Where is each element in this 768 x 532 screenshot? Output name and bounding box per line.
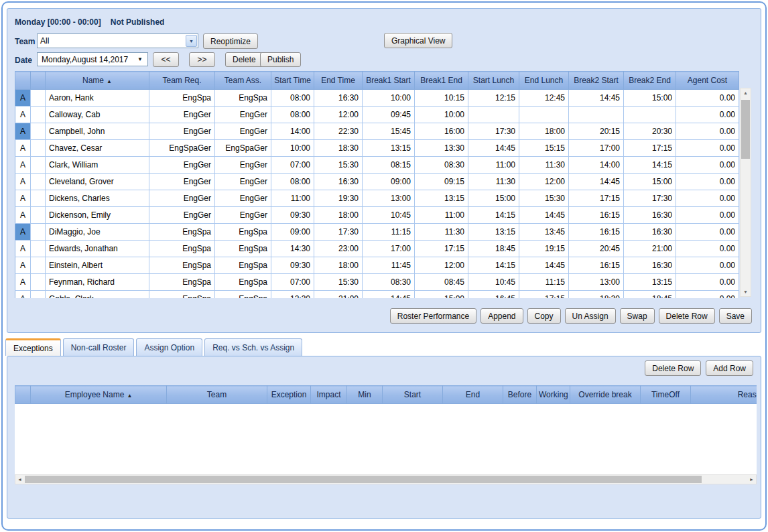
cell-end-time[interactable]: 23:00 (314, 241, 363, 257)
cell-end-time[interactable]: 17:30 (314, 224, 363, 241)
cell-name[interactable]: DiMaggio, Joe (46, 224, 149, 241)
cell-start-lunch[interactable]: 14:15 (468, 257, 519, 274)
cell-status[interactable]: A (15, 207, 31, 224)
cell-start-lunch[interactable]: 11:30 (468, 174, 519, 190)
cell-end-time[interactable]: 19:30 (314, 190, 363, 207)
cell-break2-end[interactable]: 16:30 (624, 207, 676, 224)
roster-row[interactable]: AFeynman, RichardEngSpaEngSpa07:0015:300… (15, 274, 739, 291)
cell-break1-start[interactable]: 14:45 (363, 291, 415, 299)
cell-flag[interactable] (31, 140, 46, 157)
cell-agent-cost[interactable]: 0.00 (676, 174, 739, 190)
reoptimize-button[interactable]: Reoptimize (203, 34, 258, 49)
cell-status[interactable]: A (15, 291, 31, 299)
cell-break2-end[interactable]: 21:00 (624, 241, 676, 257)
cell-name[interactable]: Calloway, Cab (46, 107, 149, 123)
cell-end-lunch[interactable]: 12:00 (519, 174, 569, 190)
cell-start-time[interactable]: 12:30 (271, 291, 314, 299)
cell-break2-end[interactable]: 15:00 (624, 174, 676, 190)
cell-break2-start[interactable]: 17:15 (569, 190, 624, 207)
cell-name[interactable]: Chavez, Cesar (46, 140, 149, 157)
cell-agent-cost[interactable]: 0.00 (676, 224, 739, 241)
cell-flag[interactable] (31, 157, 46, 174)
cell-flag[interactable] (31, 274, 46, 291)
cell-break2-start[interactable]: 14:45 (569, 174, 624, 190)
cell-break1-start[interactable]: 09:00 (363, 174, 415, 190)
cell-end-lunch[interactable]: 12:45 (519, 90, 569, 107)
cell-break1-start[interactable]: 13:00 (363, 190, 415, 207)
cell-break1-start[interactable]: 09:45 (363, 107, 415, 123)
cell-agent-cost[interactable]: 0.00 (676, 123, 739, 140)
cell-break1-start[interactable]: 08:15 (363, 157, 415, 174)
cell-status[interactable]: A (15, 224, 31, 241)
roster-col-agent-cost[interactable]: Agent Cost (676, 72, 739, 90)
save-button[interactable]: Save (719, 308, 752, 324)
cell-break2-start[interactable]: 16:15 (569, 207, 624, 224)
cell-team-ass[interactable]: EngSpa (215, 90, 271, 107)
cell-break1-start[interactable]: 10:45 (363, 207, 415, 224)
cell-start-lunch[interactable]: 18:45 (468, 241, 519, 257)
cell-team-req[interactable]: EngSpaGer (149, 140, 215, 157)
cell-name[interactable]: Campbell, John (46, 123, 149, 140)
exceptions-col-working[interactable]: Working (537, 386, 570, 404)
un-assign-button[interactable]: Un Assign (565, 308, 616, 324)
cell-status[interactable]: A (15, 174, 31, 190)
cell-name[interactable]: Edwards, Jonathan (46, 241, 149, 257)
cell-agent-cost[interactable]: 0.00 (676, 140, 739, 157)
cell-break2-end[interactable] (624, 107, 676, 123)
cell-start-lunch[interactable]: 13:15 (468, 224, 519, 241)
cell-name[interactable]: Feynman, Richard (46, 274, 149, 291)
cell-status[interactable]: A (15, 241, 31, 257)
cell-break2-start[interactable]: 18:30 (569, 291, 624, 299)
cell-status[interactable]: A (15, 90, 31, 107)
roster-row[interactable]: AGable, ClarkEngSpaEngSpa12:3021:0014:45… (15, 291, 739, 299)
cell-end-time[interactable]: 21:00 (314, 291, 363, 299)
cell-break1-start[interactable]: 10:00 (363, 90, 415, 107)
roster-col-flag[interactable] (31, 72, 46, 90)
roster-col-status[interactable] (15, 72, 31, 90)
cell-end-lunch[interactable]: 18:00 (519, 123, 569, 140)
roster-col-start-time[interactable]: Start Time (271, 72, 314, 90)
cell-start-time[interactable]: 09:30 (271, 207, 314, 224)
cell-agent-cost[interactable]: 0.00 (676, 207, 739, 224)
cell-agent-cost[interactable]: 0.00 (676, 257, 739, 274)
exceptions-col-min[interactable]: Min (347, 386, 383, 404)
cell-start-time[interactable]: 09:00 (271, 224, 314, 241)
exceptions-col-override-break[interactable]: Override break (570, 386, 641, 404)
cell-status[interactable]: A (15, 257, 31, 274)
cell-break1-end[interactable]: 13:30 (415, 140, 468, 157)
cell-team-ass[interactable]: EngGer (215, 190, 271, 207)
cell-end-lunch[interactable]: 15:15 (519, 140, 569, 157)
tab-assign-option[interactable]: Assign Option (136, 338, 202, 356)
cell-agent-cost[interactable]: 0.00 (676, 274, 739, 291)
cell-end-time[interactable]: 15:30 (314, 274, 363, 291)
cell-break2-end[interactable]: 18:45 (624, 291, 676, 299)
cell-end-lunch[interactable]: 11:15 (519, 274, 569, 291)
cell-end-time[interactable]: 12:00 (314, 107, 363, 123)
cell-break2-start[interactable]: 14:45 (569, 90, 624, 107)
cell-team-ass[interactable]: EngGer (215, 107, 271, 123)
exceptions-col-timeoff[interactable]: TimeOff (641, 386, 691, 404)
cell-end-time[interactable]: 16:30 (314, 90, 363, 107)
cell-team-req[interactable]: EngGer (149, 107, 215, 123)
cell-break1-end[interactable]: 12:00 (415, 257, 468, 274)
cell-team-ass[interactable]: EngGer (215, 174, 271, 190)
exceptions-delete-row-button[interactable]: Delete Row (645, 360, 701, 376)
copy-button[interactable]: Copy (527, 308, 561, 324)
cell-break1-end[interactable]: 08:30 (415, 157, 468, 174)
roster-row[interactable]: ADickenson, EmilyEngGerEngGer09:3018:001… (15, 207, 739, 224)
cell-break2-start[interactable]: 20:15 (569, 123, 624, 140)
cell-flag[interactable] (31, 90, 46, 107)
cell-team-req[interactable]: EngGer (149, 157, 215, 174)
cell-start-lunch[interactable]: 11:00 (468, 157, 519, 174)
cell-break1-end[interactable]: 11:30 (415, 224, 468, 241)
cell-break1-end[interactable]: 15:00 (415, 291, 468, 299)
cell-break2-start[interactable]: 14:00 (569, 157, 624, 174)
cell-break2-end[interactable]: 17:30 (624, 190, 676, 207)
roster-vertical-scrollbar[interactable]: ▲ ▼ (740, 88, 751, 297)
cell-break1-end[interactable]: 11:00 (415, 207, 468, 224)
cell-team-ass[interactable]: EngSpa (215, 291, 271, 299)
roster-col-team-ass[interactable]: Team Ass. (215, 72, 271, 90)
cell-end-time[interactable]: 18:00 (314, 207, 363, 224)
cell-start-time[interactable]: 09:30 (271, 257, 314, 274)
cell-break2-start[interactable] (569, 107, 624, 123)
